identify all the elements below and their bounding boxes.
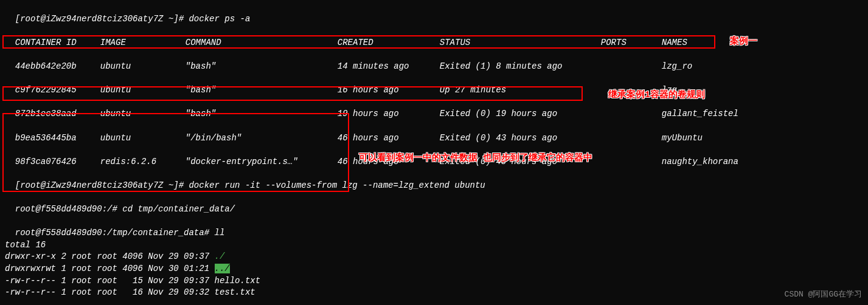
- header-names: NAMES: [662, 37, 687, 49]
- prompt-user-host: [root@iZwz94nerd8tciz306aty7Z ~]#: [15, 180, 184, 190]
- header-command: COMMAND: [186, 37, 338, 49]
- inner-prompt-2: root@f558dd489d90:/tmp/container_data# l…: [5, 216, 863, 239]
- command-text[interactable]: docker run -it --volumes-from lzg --name…: [189, 180, 485, 190]
- prompt-user-host: [root@iZwz94nerd8tciz306aty7Z ~]#: [15, 14, 184, 24]
- table-row: 44ebb642e20bubuntu"bash"14 minutes agoEx…: [5, 49, 863, 72]
- inner-prompt-1: root@f558dd489d90:/# cd tmp/container_da…: [5, 192, 863, 216]
- table-row: 872b1ec38aadubuntu"bash"19 hours agoExit…: [5, 97, 863, 120]
- command-text[interactable]: cd tmp/container_data/: [122, 204, 235, 214]
- prompt-user-host: root@f558dd489d90:/tmp/container_data#: [15, 228, 209, 238]
- ll-row: -rw-r--r-- 1 root root 16 Nov 29 09:32 t…: [5, 287, 863, 299]
- annotation-case1: 案例一: [730, 35, 757, 48]
- annotation-observe: 可以看到案例一中的文件数据 也同步到了继承它的容器中: [359, 152, 592, 165]
- watermark: CSDN @阿国GG在学习: [785, 289, 862, 300]
- ll-row: drwxr-xr-x 2 root root 4096 Nov 29 09:37…: [5, 251, 863, 263]
- prompt-user-host: root@f558dd489d90:/#: [15, 204, 117, 214]
- final-prompt: root@f558dd489d90:/tmp/container_data#: [5, 299, 863, 305]
- header-ports: PORTS: [601, 37, 662, 49]
- table-row: b9ea536445baubuntu"/bin/bash"46 hours ag…: [5, 120, 863, 144]
- header-image: IMAGE: [100, 37, 186, 49]
- prompt-line-1: [root@iZwz94nerd8tciz306aty7Z ~]# docker…: [5, 1, 863, 25]
- header-created: CREATED: [338, 37, 440, 49]
- table-row: c9f762292845ubuntu"bash"16 hours agoUp 2…: [5, 73, 863, 97]
- prompt-line-2: [root@iZwz94nerd8tciz306aty7Z ~]# docker…: [5, 168, 863, 191]
- command-text[interactable]: ll: [214, 228, 224, 238]
- command-text[interactable]: docker ps -a: [189, 14, 250, 24]
- ll-row: -rw-r--r-- 1 root root 15 Nov 29 09:37 h…: [5, 275, 863, 287]
- ll-total: total 16: [5, 239, 863, 252]
- annotation-inherit: 继承案例1容器的卷规则: [608, 89, 705, 101]
- header-container-id: CONTAINER ID: [15, 37, 100, 49]
- header-status: STATUS: [440, 37, 601, 49]
- ll-row: drwxrwxrwt 1 root root 4096 Nov 30 01:21…: [5, 263, 863, 275]
